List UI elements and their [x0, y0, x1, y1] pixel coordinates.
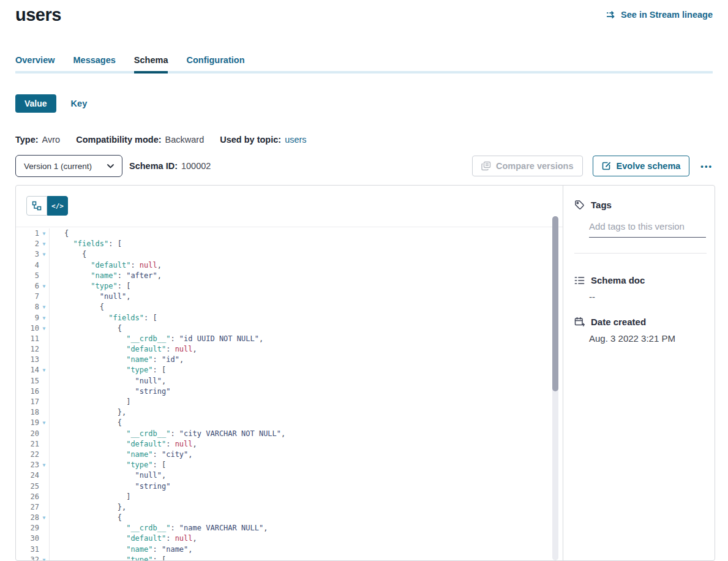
stream-lineage-link[interactable]: See in Stream lineage	[606, 10, 713, 20]
fold-arrow-icon[interactable]: ▼	[39, 460, 49, 470]
date-created-title: Date created	[591, 317, 646, 327]
code-text: "name": "after",	[49, 271, 552, 281]
fold-arrow-icon[interactable]: ▼	[39, 513, 49, 523]
tab-schema[interactable]: Schema	[134, 55, 168, 73]
editor-scrollbar-thumb[interactable]	[552, 216, 558, 391]
chevron-down-icon	[107, 164, 114, 168]
tab-messages[interactable]: Messages	[73, 55, 116, 73]
tab-configuration[interactable]: Configuration	[186, 55, 244, 73]
line-number: 32	[16, 555, 39, 560]
value-tab-button[interactable]: Value	[15, 94, 56, 113]
fold-arrow-icon[interactable]: ▼	[39, 239, 49, 249]
fold-spacer	[39, 260, 49, 271]
code-view-button[interactable]: </>	[47, 196, 68, 216]
schema-doc-header: Schema doc	[574, 275, 645, 285]
schema-side-panel: Tags Schema doc --	[564, 186, 716, 560]
fold-arrow-icon[interactable]: ▼	[39, 228, 49, 239]
version-select[interactable]: Version 1 (current)	[15, 155, 122, 177]
editor-toolbar-divider	[16, 227, 563, 227]
version-selected-value: Version 1 (current)	[24, 162, 92, 171]
key-tab-link[interactable]: Key	[71, 99, 88, 108]
code-text: "fields": [	[49, 239, 552, 249]
line-number: 5	[16, 271, 39, 281]
code-line: 9▼ "fields": [	[16, 313, 552, 323]
code-text: "name": "city",	[49, 450, 552, 460]
fold-spacer	[39, 481, 49, 492]
code-line: 31 "name": "name",	[16, 544, 552, 555]
tree-view-icon	[32, 201, 42, 211]
fold-arrow-icon[interactable]: ▼	[39, 249, 49, 260]
schema-doc-value: --	[589, 292, 595, 302]
code-line: 26 ]	[16, 492, 552, 502]
code-line: 14▼ "type": [	[16, 365, 552, 375]
code-text: },	[49, 407, 552, 418]
evolve-schema-button[interactable]: Evolve schema	[593, 156, 690, 176]
code-line: 1▼{	[16, 228, 552, 239]
fold-spacer	[39, 544, 49, 555]
topic-link[interactable]: users	[285, 135, 306, 145]
schema-actions: Compare versions Evolve schema •••	[472, 156, 714, 176]
code-text: "null",	[49, 470, 552, 481]
code-text: {	[49, 513, 552, 523]
fold-spacer	[39, 376, 49, 386]
fold-arrow-icon[interactable]: ▼	[39, 323, 49, 334]
fold-arrow-icon[interactable]: ▼	[39, 313, 49, 323]
code-text: "type": [	[49, 460, 552, 470]
fold-arrow-icon[interactable]: ▼	[39, 418, 49, 428]
schema-code-panel: </> 1▼{2▼ "fields": [3▼ {4 "default": nu…	[16, 186, 563, 560]
tags-title: Tags	[591, 200, 612, 210]
fold-spacer	[39, 355, 49, 365]
code-text: "__crdb__": "id UUID NOT NULL",	[49, 334, 552, 344]
code-text: ]	[49, 397, 552, 407]
line-number: 25	[16, 481, 39, 492]
editor-view-toggle: </>	[26, 196, 68, 216]
schema-id-value: 100002	[181, 161, 211, 171]
tab-overview[interactable]: Overview	[15, 55, 55, 73]
code-text: "type": [	[49, 555, 552, 560]
fold-arrow-icon[interactable]: ▼	[39, 555, 49, 560]
line-number: 9	[16, 313, 39, 323]
fold-spacer	[39, 450, 49, 460]
code-line: 4 "default": null,	[16, 260, 552, 271]
fold-spacer	[39, 470, 49, 481]
code-line: 15 "null",	[16, 376, 552, 386]
fold-spacer	[39, 292, 49, 302]
fold-spacer	[39, 523, 49, 533]
line-number: 30	[16, 533, 39, 544]
line-number: 3	[16, 249, 39, 260]
schema-id-label: Schema ID:	[129, 161, 178, 171]
fold-arrow-icon[interactable]: ▼	[39, 281, 49, 292]
code-line: 29 "__crdb__": "name VARCHAR NULL",	[16, 523, 552, 533]
fold-spacer	[39, 386, 49, 397]
line-number: 18	[16, 407, 39, 418]
fold-arrow-icon[interactable]: ▼	[39, 365, 49, 375]
line-number: 23	[16, 460, 39, 470]
fold-arrow-icon[interactable]: ▼	[39, 302, 49, 312]
tree-view-button[interactable]	[26, 196, 47, 216]
code-line: 21 "default": null,	[16, 439, 552, 450]
fold-spacer	[39, 344, 49, 355]
code-text: "default": null,	[49, 533, 552, 544]
tag-icon	[574, 200, 585, 210]
line-number: 20	[16, 429, 39, 439]
compare-versions-label: Compare versions	[496, 161, 574, 171]
code-line: 10▼ {	[16, 323, 552, 334]
schema-card: </> 1▼{2▼ "fields": [3▼ {4 "default": nu…	[15, 185, 715, 561]
code-text: "fields": [	[49, 313, 552, 323]
evolve-schema-label: Evolve schema	[617, 161, 681, 171]
value-key-toggle: Value Key	[15, 94, 87, 113]
line-number: 13	[16, 355, 39, 365]
compare-versions-button[interactable]: Compare versions	[472, 156, 583, 176]
tab-bar: OverviewMessagesSchemaConfiguration	[15, 55, 713, 73]
schema-id: Schema ID: 100002	[129, 161, 211, 171]
fold-spacer	[39, 334, 49, 344]
fold-spacer	[39, 439, 49, 450]
tags-input[interactable]	[589, 221, 706, 238]
code-line: 16 "string"	[16, 386, 552, 397]
more-options-button[interactable]: •••	[699, 159, 714, 173]
code-text: ]	[49, 492, 552, 502]
code-text: },	[49, 502, 552, 513]
code-text: {	[49, 228, 552, 239]
stream-lineage-label: See in Stream lineage	[621, 10, 713, 20]
schema-page: users See in Stream lineage OverviewMess…	[0, 0, 728, 561]
